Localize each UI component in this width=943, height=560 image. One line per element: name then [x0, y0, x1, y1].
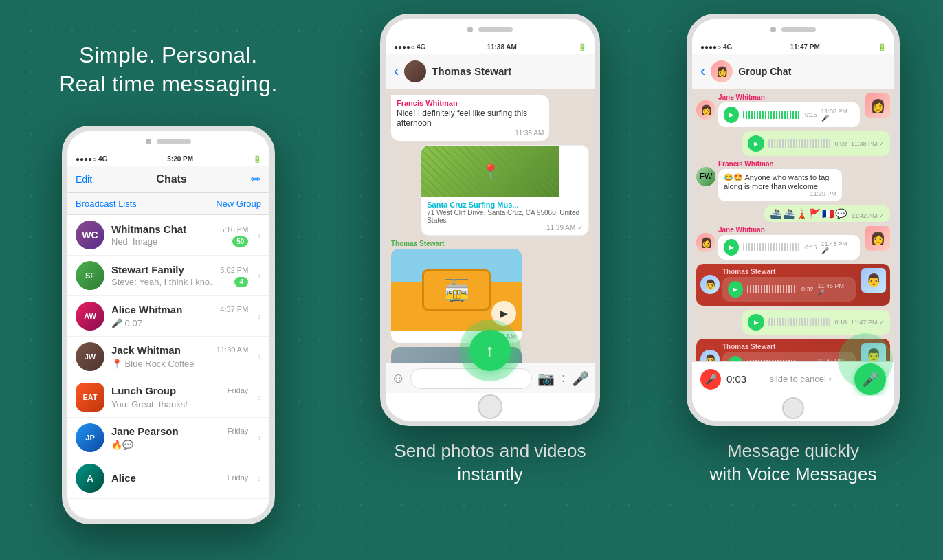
- emoji-message: 🚢🚢🗼🚩🇫🇷💬 11:42 AM ✓: [764, 205, 890, 222]
- message-time: 11:39 AM ✓: [427, 224, 583, 232]
- contact-name: Thomas Stewart: [432, 65, 586, 77]
- battery-icon: 🔋: [253, 155, 261, 163]
- voice-time: 11:47 PM ✓: [851, 319, 885, 326]
- signal-dots: ●●●●○ 4G: [76, 155, 107, 163]
- voice-play-button[interactable]: ▶: [728, 281, 743, 298]
- phone-camera: [146, 139, 151, 144]
- actions-bar: Broadcast Lists New Group: [67, 193, 269, 215]
- section-right: ●●●●○ 4G 11:47 PM 🔋 ‹ 👩 Group Chat: [643, 0, 943, 560]
- avatar: EAT: [76, 383, 104, 412]
- avatar: JW: [76, 342, 104, 371]
- avatar: AW: [76, 302, 104, 331]
- phone-speaker-2: [478, 27, 513, 32]
- chat-name: Alice Whitman: [111, 304, 182, 315]
- voice-sender-name: Thomas Stewart: [722, 268, 856, 276]
- voice-sender-name: Jane Whitman: [718, 93, 860, 101]
- avatar: JP: [76, 423, 104, 452]
- chevron-right-icon: ›: [258, 351, 261, 362]
- phone-top-bar: [67, 131, 269, 152]
- phone-top-bar-3: [692, 19, 894, 40]
- back-button[interactable]: ‹: [394, 63, 399, 80]
- emoji-button[interactable]: ☺: [391, 370, 405, 386]
- voice-chat-header: ‹ 👩 Group Chat: [692, 54, 894, 89]
- phone-camera-2: [467, 27, 473, 32]
- phone-top-bar-2: [386, 19, 595, 40]
- text-message-group: FW Francis Whitman 😂🤩 Anyone who wants t…: [696, 160, 890, 201]
- chevron-right-icon: ›: [258, 229, 261, 240]
- phone-speaker-3: [781, 27, 816, 32]
- voice-chat-area: 👩 Jane Whitman ▶ 0:15 11:38 PM 🎤: [692, 89, 894, 361]
- middle-caption: Send photos and videos instantly: [395, 440, 586, 486]
- chat-time: 5:02 PM: [220, 266, 248, 274]
- status-bar: ●●●●○ 4G 5:20 PM 🔋: [67, 152, 269, 166]
- chevron-right-icon: ›: [258, 473, 261, 484]
- new-group-button[interactable]: New Group: [216, 199, 261, 209]
- voice-play-button[interactable]: ▶: [724, 239, 739, 256]
- location-address: 71 West Cliff Drive, Santa Cruz, CA 9506…: [427, 209, 583, 224]
- chevron-right-icon: ›: [258, 311, 261, 322]
- message-bubble: 📍 Santa Cruz Surfing Mus... 71 West Clif…: [421, 145, 589, 236]
- nav-bar: Edit Chats ✏: [67, 166, 269, 193]
- chat-time: Friday: [228, 386, 249, 394]
- chat-preview: Steve: Yeah, I think I know wha...: [111, 277, 221, 287]
- list-item[interactable]: EAT Lunch Group Friday You: Great, thank…: [67, 377, 269, 418]
- chat-preview: Ned: Image: [111, 236, 157, 247]
- chat-name: Jane Pearson: [111, 425, 179, 437]
- voice-duration: 0:15: [805, 244, 817, 251]
- list-item[interactable]: JW Jack Whitman 11:30 AM 📍 Blue Rock Cof…: [67, 337, 269, 377]
- voice-message-group: ▶ 0:09 11:38 PM ✓: [696, 131, 890, 156]
- edit-button[interactable]: Edit: [76, 174, 92, 185]
- voice-play-button[interactable]: ▶: [748, 135, 764, 152]
- home-button-3[interactable]: [782, 397, 804, 419]
- avatar: 👨: [700, 350, 720, 361]
- voice-duration: 0:09: [834, 140, 847, 147]
- voice-play-button[interactable]: ▶: [748, 314, 764, 331]
- voice-duration: 0:32: [801, 286, 814, 293]
- avatar: FW: [696, 167, 715, 186]
- broadcast-lists-button[interactable]: Broadcast Lists: [76, 199, 137, 209]
- list-item[interactable]: JP Jane Pearson Friday 🔥💬 ›: [67, 418, 269, 458]
- chat-time: Friday: [228, 473, 249, 482]
- voice-message-group: 👩 Jane Whitman ▶ 0:15 11:43 PM 🎤: [696, 226, 890, 260]
- message-sender: Thomas Stewart: [391, 240, 522, 247]
- phone-3-wrapper: ●●●●○ 4G 11:47 PM 🔋 ‹ 👩 Group Chat: [687, 14, 900, 426]
- message-text: Nice! I definitely feel like surfing thi…: [397, 109, 544, 128]
- home-button[interactable]: [478, 394, 502, 419]
- slide-to-cancel-label: slide to cancel ‹: [752, 374, 849, 384]
- voice-play-button[interactable]: ▶: [728, 356, 743, 361]
- phone-1: ●●●●○ 4G 5:20 PM 🔋 Edit Chats ✏ Broadcas…: [62, 126, 275, 524]
- mic-icon-red: 🎤: [700, 369, 721, 390]
- chat-name: Jack Whitman: [111, 344, 181, 356]
- map-pin-icon: 📍: [481, 163, 500, 181]
- chat-preview: 🔥💬: [111, 440, 133, 450]
- message-time: 11:38 AM: [397, 129, 544, 137]
- compose-button[interactable]: ✏: [251, 172, 261, 187]
- chevron-right-icon: ›: [258, 392, 261, 403]
- voice-time: 11:38 PM ✓: [851, 140, 885, 147]
- voice-play-button[interactable]: ▶: [724, 107, 739, 123]
- voice-message-group: 👨 Thomas Stewart ▶ 0:32 11:45 PM 🎤: [696, 264, 890, 306]
- list-item[interactable]: WC Whitmans Chat 5:16 PM Ned: Image 50: [67, 215, 269, 256]
- voice-sender-name: Jane Whitman: [718, 226, 860, 234]
- voice-time: 11:45 PM 🎤: [817, 282, 850, 296]
- divider: :: [562, 371, 565, 385]
- list-item[interactable]: SF Stewart Family 5:02 PM Steve: Yeah, I…: [67, 256, 269, 296]
- avatar: 👨: [700, 275, 720, 294]
- back-button-3[interactable]: ‹: [700, 63, 705, 80]
- camera-button[interactable]: 📷: [537, 370, 555, 387]
- message-sender-name: Francis Whitman: [718, 160, 842, 168]
- section-left: Simple. Personal. Real time messaging. ●…: [0, 0, 337, 560]
- contact-thumb: 👩: [865, 93, 890, 118]
- list-item[interactable]: AW Alice Whitman 4:37 PM 🎤 0:07 ›: [67, 296, 269, 337]
- status-bar-3: ●●●●○ 4G 11:47 PM 🔋: [692, 40, 894, 54]
- chat-screen-header: ‹ Thomas Stewart: [386, 54, 595, 89]
- chat-name: Lunch Group: [111, 385, 176, 396]
- chat-name: Alice: [111, 472, 136, 484]
- list-item[interactable]: A Alice Friday ›: [67, 458, 269, 499]
- chat-time: 5:16 PM: [220, 225, 248, 234]
- voice-message-group: 👩 Jane Whitman ▶ 0:15 11:38 PM 🎤: [696, 93, 890, 127]
- avatar: 👩: [696, 100, 715, 120]
- send-button[interactable]: ↑: [469, 330, 511, 371]
- battery-3: 🔋: [878, 43, 886, 51]
- microphone-button[interactable]: 🎤: [572, 370, 589, 387]
